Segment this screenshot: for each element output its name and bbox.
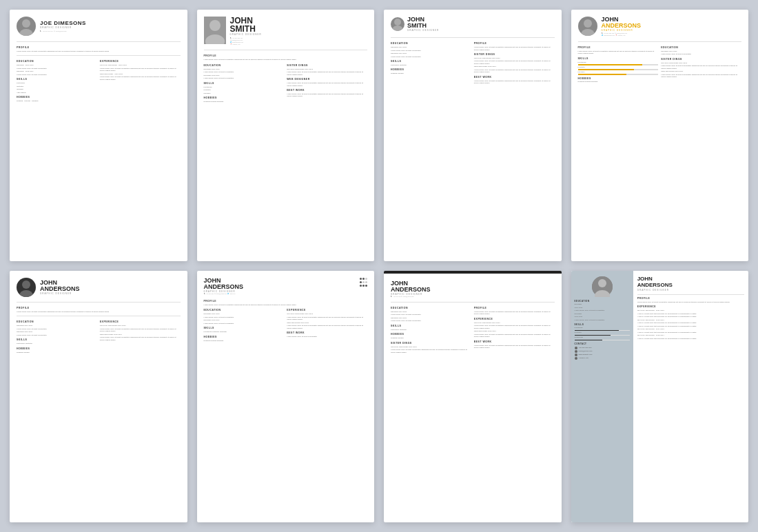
card5-exp2-text: Lorem ipsum dolor sit amet consectetur a… (100, 336, 181, 341)
card8-edu-label: EDUCATION (575, 300, 630, 303)
card1-two-col: EDUCATION DEGREE 2021-2022 Lorem ipsum d… (17, 58, 181, 103)
card8-name: JOHNANDERSONS (637, 276, 744, 289)
card4-exp1: GRAPHIC DESIGNER 2021-2022 (661, 62, 741, 65)
card1-title: GRAPHIC DESIGNER (40, 26, 181, 29)
card8-edu1: DEGREE (575, 303, 630, 306)
card5-edu1: DEGREE 2021-2022 (17, 325, 97, 327)
card7-edu-label: EDUCATION (391, 307, 471, 310)
card8-exp1-text: • This is a bullet point that describes … (637, 313, 744, 316)
card1-header: JOE DIMESONS GRAPHIC DESIGNER 📞 +00 000 … (17, 17, 181, 36)
card1-skill3: InDesign (17, 88, 97, 91)
card1-exp2: WEB DESIGNER 2019-2021 (100, 73, 181, 76)
card2-divider (204, 50, 368, 50)
card4-edu-label: EDUCATION (661, 46, 741, 50)
card1-right: EXPERIENCE GRAPHIC DESIGNER 2021-2022 Lo… (100, 58, 181, 103)
card5-exp1-text: Lorem ipsum dolor sit amet consectetur a… (100, 328, 181, 333)
card2-sd1: GRAPHIC DESIGNER 2021-2022 (287, 68, 367, 71)
card8-profile-text: Lorem ipsum dolor sit amet consectetur a… (637, 301, 744, 304)
card2-title: GRAPHIC DESIGNER (230, 33, 368, 36)
card5-profile-label: PROFILE (17, 307, 181, 310)
card4-header: JOHN ANDERSONS GRAPHIC DESIGNER 📞 +00 00… (578, 17, 742, 37)
card4-contact: 📞 +00 000 000 000 ✉ email@email.com 🌐 ww… (602, 32, 742, 37)
card4-exp1-text: Lorem ipsum dolor sit amet consectetur a… (661, 65, 741, 70)
card1-profile-text: Lorem ipsum dolor sit amet consectetur a… (17, 50, 181, 53)
card3-exp1: GRAPHIC DESIGNER 2021-2022 (474, 57, 555, 60)
card5-left: EDUCATION DEGREE 2021-2022 Lorem ipsum d… (17, 318, 97, 354)
card5-header: JOHNANDERSONS GRAPHIC DESIGNER (17, 278, 181, 297)
card7-two-col: EDUCATION DEGREE 2021-2022 Lorem ipsum d… (391, 305, 555, 354)
card5-title: GRAPHIC DESIGNER (40, 292, 181, 295)
resume-card-7: JOHNANDERSONS GRAPHIC DESIGNER 📞 +00 000… (384, 271, 562, 522)
card1-divider2 (17, 55, 181, 56)
card2-header: JOHNSMITH GRAPHIC DESIGNER 📞 +00 000 000… (204, 17, 368, 45)
card3-bestwork-label: BEST WORK (474, 76, 555, 79)
card5-edu-label: EDUCATION (17, 320, 97, 324)
card8-web: www.website.com (575, 354, 630, 356)
card5-edu1-sub: Lorem ipsum dolor sit amet consectetur (17, 328, 97, 331)
card5-exp-label: EXPERIENCE (100, 320, 181, 324)
card3-edu1-sub: Lorem ipsum dolor sit amet consectetur (391, 50, 471, 52)
card2-right: SISTER DINGS GRAPHIC DESIGNER 2021-2022 … (287, 62, 367, 104)
card8-exp1-text2: • This is a bullet point that describes … (637, 316, 744, 318)
svg-point-9 (22, 280, 30, 289)
card2-left: EDUCATION DEGREE 2021-2022 Lorem ipsum d… (204, 62, 285, 104)
card1-skills-label: SKILLS (17, 78, 97, 81)
card5-avatar (17, 278, 36, 297)
card1-contact: 📞 +00 000 000 000 ✉ email@email.com (40, 30, 181, 32)
card2-name: JOHNSMITH (230, 17, 368, 33)
card1-skill2: Illustrator (17, 85, 97, 88)
card4-hobbies: Drawing Gaming Reading (578, 81, 659, 83)
card2-bestwork-label: BEST WORK (287, 89, 367, 92)
card8-skill3: Networking (575, 336, 630, 339)
card3-header: JOHNSMITH GRAPHIC DESIGNER (391, 17, 555, 33)
card2-skill2: Illustrator (204, 89, 285, 92)
card2-edu-label: EDUCATION (204, 64, 285, 68)
card8-edu2-sub: Lorem ipsum dolor sit amet consectetur (575, 319, 630, 322)
card8-skill2: Illustrator (575, 331, 630, 334)
svg-point-6 (392, 25, 403, 31)
card4-edu1-sub: Lorem ipsum dolor sit amet consectetur (661, 53, 741, 56)
card8-exp1: GRAPHIC DESIGNER 2021-2022 (637, 309, 744, 312)
card1-profile-label: PROFILE (17, 46, 181, 50)
card1-hobbies: Drawing Gaming Reading (17, 100, 97, 103)
card3-right: PROFILE Lorem ipsum dolor sit amet conse… (474, 40, 555, 85)
card4-exp2-text: Lorem ipsum dolor sit amet consectetur a… (661, 74, 741, 79)
card4-exp-label: SISTER DINGS (661, 58, 741, 61)
card8-name-block: JOHNANDERSONS GRAPHIC DESIGNER (637, 276, 744, 291)
card6-hobbies2: Lorem ipsum dolor sit amet consectetur (287, 336, 367, 338)
resume-card-1: JOE DIMESONS GRAPHIC DESIGNER 📞 +00 000 … (10, 10, 187, 261)
card5-edu2-sub: Lorem ipsum dolor sit amet consectetur (17, 334, 97, 337)
card1-avatar (17, 17, 36, 36)
card6-two-col: EDUCATION DEGREE 2021-2022 Lorem ipsum d… (204, 307, 368, 342)
card7-extra1: GRAPHIC DESIGNER 2021-2022 (391, 346, 471, 349)
card4-profile-text: Lorem ipsum dolor sit amet consectetur a… (578, 50, 659, 55)
card3-exp1-text: Lorem ipsum dolor sit amet consectetur a… (474, 60, 555, 65)
card5-skills-text: Photoshop Illustrator (17, 342, 97, 345)
card8-skills-label: SKILLS (575, 323, 630, 326)
card1-exp-label: EXPERIENCE (100, 60, 181, 63)
card5-hobbies-label: HOBBIES (17, 347, 97, 351)
card5-edu2: DEGREE 2019-2021 (17, 331, 97, 334)
card5-right: EXPERIENCE GRAPHIC DESIGNER 2021-2022 Lo… (100, 318, 181, 354)
card6-exp-label: EXPERIENCE (287, 309, 367, 312)
card4-avatar (578, 17, 597, 36)
card3-title: GRAPHIC DESIGNER (407, 29, 439, 32)
card6-skills-label: SKILLS (204, 327, 285, 330)
card7-bestwork-text: Lorem ipsum dolor sit amet consectetur a… (474, 345, 555, 349)
card8-exp-label: EXPERIENCE (637, 305, 744, 309)
card5-exp1: GRAPHIC DESIGNER 2021-2022 (100, 325, 181, 327)
card3-hobbies-label: HOBBIES (391, 68, 471, 72)
card1-skill1: Photoshop (17, 82, 97, 85)
card6-profile-label: PROFILE (204, 300, 368, 303)
card7-exp2: WEB DESIGNER 2019-2021 (474, 330, 555, 333)
card8-main: JOHNANDERSONS GRAPHIC DESIGNER PROFILE L… (633, 271, 748, 522)
card3-name-block: JOHNSMITH GRAPHIC DESIGNER (407, 17, 439, 32)
card3-exp2: WEB DESIGNER 2019-2021 (474, 65, 555, 68)
card2-edu2: DEGREE 2019-2021 (204, 74, 285, 77)
card8-phone: +00 000 000 000 (575, 347, 630, 349)
card7-exp-label: EXPERIENCE (474, 318, 555, 321)
card1-edu-uni: Lorem ipsum dolor sit amet consectetur (17, 68, 97, 70)
card8-exp4: GRAPHIC DESIGNER 2015-2017 (637, 334, 744, 337)
card8-sidebar: EDUCATION DEGREE 2021-2022 Lorem ipsum d… (571, 271, 633, 522)
card5-divider2 (17, 316, 181, 316)
